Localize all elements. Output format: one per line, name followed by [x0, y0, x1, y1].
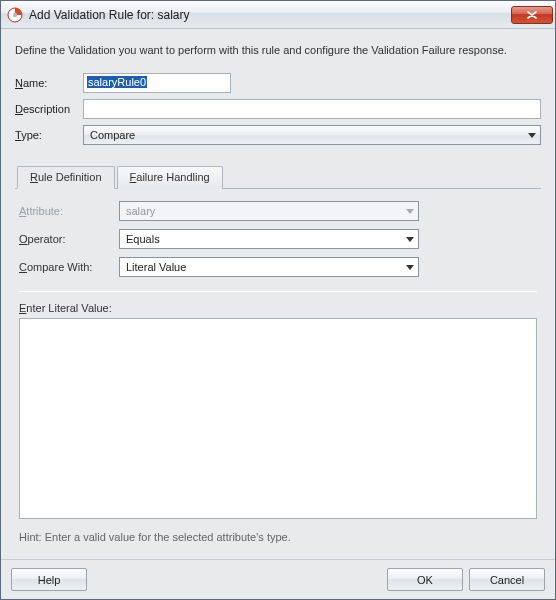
- description-row: Description: [15, 99, 541, 119]
- type-row: Type: Compare: [15, 125, 541, 145]
- close-icon: [527, 11, 537, 19]
- tab-rule-definition[interactable]: Rule Definition: [17, 166, 115, 189]
- cancel-label: Cancel: [490, 574, 524, 586]
- compare-with-value: Literal Value: [126, 261, 402, 273]
- literal-value-input[interactable]: [19, 318, 537, 519]
- compare-with-row: Compare With: Literal Value: [19, 257, 537, 277]
- chevron-down-icon: [528, 133, 536, 138]
- attribute-row: Attribute: salary: [19, 201, 537, 221]
- tab-bar: Rule Definition Failure Handling: [15, 165, 541, 189]
- operator-select[interactable]: Equals: [119, 229, 419, 249]
- ok-button[interactable]: OK: [387, 568, 463, 591]
- rule-definition-panel: Attribute: salary Operator: Equals Compa…: [15, 189, 541, 551]
- operator-label: Operator:: [19, 233, 119, 245]
- type-value: Compare: [90, 129, 524, 141]
- attribute-label: Attribute:: [19, 205, 119, 217]
- operator-row: Operator: Equals: [19, 229, 537, 249]
- separator: [19, 291, 537, 292]
- svg-point-1: [13, 12, 17, 16]
- compare-with-select[interactable]: Literal Value: [119, 257, 419, 277]
- ok-label: OK: [417, 574, 433, 586]
- cancel-button[interactable]: Cancel: [469, 568, 545, 591]
- attribute-select: salary: [119, 201, 419, 221]
- name-row: Name: salaryRule0: [15, 73, 541, 93]
- hint-text: Hint: Enter a valid value for the select…: [19, 531, 537, 543]
- app-icon: [7, 7, 23, 23]
- attribute-value: salary: [126, 205, 402, 217]
- help-button[interactable]: Help: [11, 568, 87, 591]
- tab-label: Failure Handling: [130, 171, 210, 183]
- chevron-down-icon: [406, 209, 414, 214]
- enter-literal-label: Enter Literal Value:: [19, 302, 537, 314]
- instruction-text: Define the Validation you want to perfor…: [15, 43, 541, 57]
- operator-value: Equals: [126, 233, 402, 245]
- dialog-window: Add Validation Rule for: salary Define t…: [0, 0, 556, 600]
- tab-failure-handling[interactable]: Failure Handling: [117, 166, 223, 189]
- type-label: Type:: [15, 129, 83, 141]
- name-input[interactable]: [83, 73, 231, 93]
- description-input[interactable]: [83, 99, 541, 119]
- titlebar: Add Validation Rule for: salary: [1, 1, 555, 29]
- help-label: Help: [38, 574, 61, 586]
- dialog-footer: Help OK Cancel: [1, 559, 555, 599]
- chevron-down-icon: [406, 237, 414, 242]
- type-select[interactable]: Compare: [83, 125, 541, 145]
- description-label: Description: [15, 103, 83, 115]
- name-label: Name:: [15, 77, 83, 89]
- close-button[interactable]: [511, 6, 553, 24]
- chevron-down-icon: [406, 265, 414, 270]
- dialog-content: Define the Validation you want to perfor…: [1, 29, 555, 559]
- compare-with-label: Compare With:: [19, 261, 119, 273]
- tab-label: Rule Definition: [30, 171, 102, 183]
- window-title: Add Validation Rule for: salary: [29, 8, 511, 22]
